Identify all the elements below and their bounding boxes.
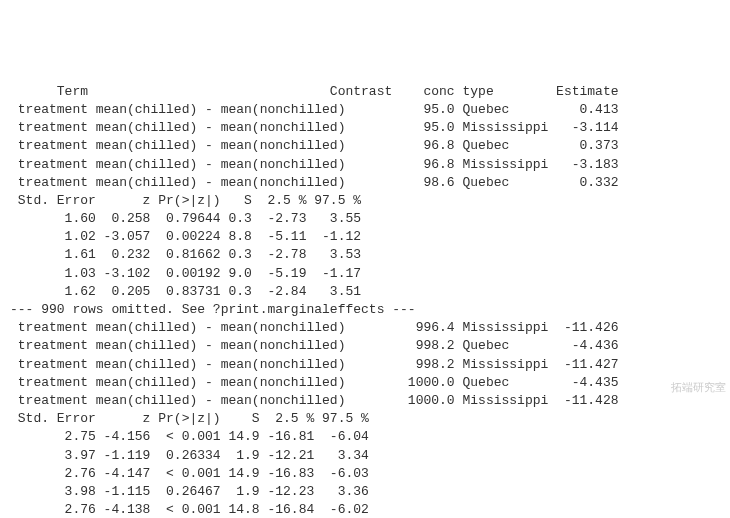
watermark-1: 拓端研究室 (671, 380, 726, 395)
output-line: Term Contrast conc type Estimate (10, 83, 720, 101)
output-line: 1.61 0.232 0.81662 0.3 -2.78 3.53 (10, 246, 720, 264)
output-line: 1.02 -3.057 0.00224 8.8 -5.11 -1.12 (10, 228, 720, 246)
output-line: treatment mean(chilled) - mean(nonchille… (10, 319, 720, 337)
output-line: 2.76 -4.138 < 0.001 14.8 -16.84 -6.02 (10, 501, 720, 518)
output-line: treatment mean(chilled) - mean(nonchille… (10, 374, 720, 392)
output-line: 1.60 0.258 0.79644 0.3 -2.73 3.55 (10, 210, 720, 228)
output-line: 1.62 0.205 0.83731 0.3 -2.84 3.51 (10, 283, 720, 301)
output-line: treatment mean(chilled) - mean(nonchille… (10, 137, 720, 155)
output-line: treatment mean(chilled) - mean(nonchille… (10, 356, 720, 374)
output-line: 2.76 -4.147 < 0.001 14.9 -16.83 -6.03 (10, 465, 720, 483)
output-line: Std. Error z Pr(>|z|) S 2.5 % 97.5 % (10, 192, 720, 210)
output-line: 1.03 -3.102 0.00192 9.0 -5.19 -1.17 (10, 265, 720, 283)
output-line: 3.97 -1.119 0.26334 1.9 -12.21 3.34 (10, 447, 720, 465)
console-output: Term Contrast conc type Estimate treatme… (10, 83, 720, 518)
output-line: treatment mean(chilled) - mean(nonchille… (10, 337, 720, 355)
output-line: treatment mean(chilled) - mean(nonchille… (10, 174, 720, 192)
output-line: Std. Error z Pr(>|z|) S 2.5 % 97.5 % (10, 410, 720, 428)
output-line: treatment mean(chilled) - mean(nonchille… (10, 101, 720, 119)
output-line: --- 990 rows omitted. See ?print.margina… (10, 301, 720, 319)
output-line: treatment mean(chilled) - mean(nonchille… (10, 392, 720, 410)
output-line: treatment mean(chilled) - mean(nonchille… (10, 119, 720, 137)
output-line: 2.75 -4.156 < 0.001 14.9 -16.81 -6.04 (10, 428, 720, 446)
output-line: treatment mean(chilled) - mean(nonchille… (10, 156, 720, 174)
output-line: 3.98 -1.115 0.26467 1.9 -12.23 3.36 (10, 483, 720, 501)
